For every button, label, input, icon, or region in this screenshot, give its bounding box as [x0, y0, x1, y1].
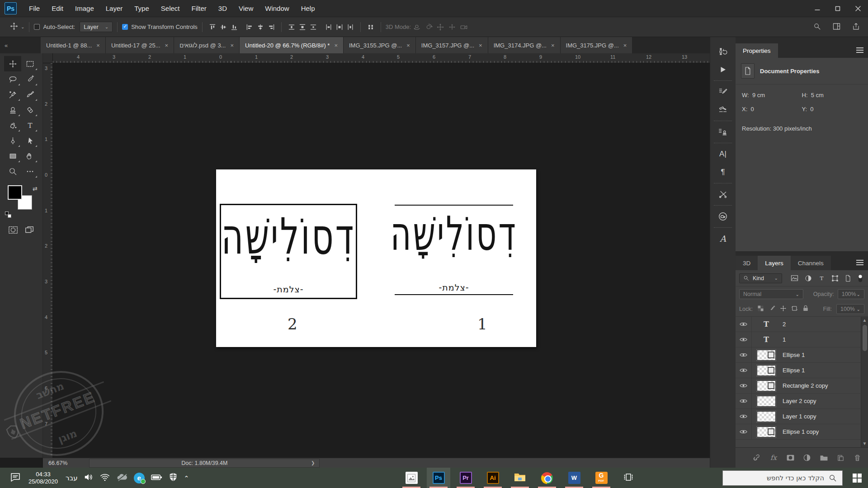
tab-close-icon[interactable]: ×: [165, 42, 169, 49]
3d-pan-icon[interactable]: [436, 23, 444, 31]
document-tab[interactable]: IMG_3175.JPG @...×: [561, 37, 633, 53]
align-horizontal-centers-icon[interactable]: [257, 23, 264, 31]
3d-roll-icon[interactable]: [425, 23, 433, 31]
document-info-field[interactable]: Doc: 1.80M/39.4M ❯: [89, 459, 320, 468]
taskbar-word-app[interactable]: W: [562, 468, 586, 488]
document-tab[interactable]: Untitled-17 @ 25...×: [106, 37, 174, 53]
layer-name[interactable]: Ellipse 1 copy: [783, 428, 819, 435]
lock-image-pixels-icon[interactable]: [769, 305, 775, 313]
layer-thumbnail[interactable]: [757, 411, 776, 422]
pasteboard[interactable]: דִסוֹלִישָׁה -צלמת- דִסוֹלִישָׁה -צלמת- …: [53, 63, 710, 458]
spot-healing-brush-tool[interactable]: [21, 71, 38, 87]
layer-row[interactable]: Ellipse 1: [736, 347, 868, 363]
layer-filter-dropdown[interactable]: Kind ⌄: [739, 273, 782, 283]
layer-thumbnail[interactable]: [757, 380, 776, 391]
eset-antivirus-icon[interactable]: e: [134, 473, 145, 483]
language-indicator[interactable]: עבר: [66, 474, 78, 482]
distribute-horizontal-centers-icon[interactable]: [336, 23, 343, 31]
document-tab[interactable]: Untitled-1 @ 88...×: [41, 37, 106, 53]
fill-field[interactable]: 100% ⌄: [836, 304, 864, 314]
layers-scrollbar[interactable]: ▲ ▼: [861, 317, 868, 447]
auto-select-checkbox[interactable]: [34, 24, 40, 30]
panel-menu-icon[interactable]: [856, 260, 863, 265]
layer-row[interactable]: Layer 2 copy: [736, 394, 868, 409]
more-tools-icon[interactable]: [21, 164, 38, 179]
layer-thumbnail[interactable]: [757, 365, 776, 376]
align-vertical-centers-icon[interactable]: [220, 23, 227, 31]
menu-layer[interactable]: Layer: [100, 1, 129, 16]
distribute-top-edges-icon[interactable]: [288, 23, 295, 31]
width-value[interactable]: 9 cm: [752, 92, 765, 99]
taskbar-file-explorer-app[interactable]: [508, 468, 532, 488]
filter-shape-layers-icon[interactable]: [831, 275, 839, 282]
y-value[interactable]: 0: [810, 106, 813, 113]
scrollbar-thumb[interactable]: [863, 325, 867, 351]
lock-position-icon[interactable]: [780, 305, 787, 313]
quick-mask-mode-icon[interactable]: [8, 225, 18, 237]
document-tab[interactable]: לוגואים.psd @ 3...×: [174, 37, 240, 53]
taskbar-photoshop-app[interactable]: Ps: [427, 468, 450, 488]
lasso-tool[interactable]: [4, 71, 21, 87]
layer-row[interactable]: Layer 1 copy: [736, 409, 868, 424]
move-tool[interactable]: [4, 56, 21, 71]
search-icon[interactable]: [813, 23, 821, 32]
layer-visibility-toggle[interactable]: [736, 424, 752, 439]
close-button[interactable]: [848, 0, 868, 17]
tab-close-icon[interactable]: ×: [623, 42, 627, 49]
document-tab[interactable]: IMG_3174.JPG @...×: [488, 37, 561, 53]
action-center-icon[interactable]: [10, 472, 21, 484]
glyphs-panel-icon[interactable]: A: [714, 230, 732, 247]
menu-select[interactable]: Select: [155, 1, 186, 16]
tab-close-icon[interactable]: ×: [406, 42, 410, 49]
document-canvas[interactable]: דִסוֹלִישָׁה -צלמת- דִסוֹלִישָׁה -צלמת- …: [216, 169, 536, 347]
layer-visibility-toggle[interactable]: [736, 409, 752, 424]
layer-row[interactable]: Ellipse 1 copy: [736, 424, 868, 440]
taskbar-clock[interactable]: 04:33 25/08/2020: [28, 471, 58, 485]
layer-visibility-toggle[interactable]: [736, 317, 752, 332]
brushes-panel-icon[interactable]: [714, 102, 732, 118]
start-button[interactable]: [846, 468, 868, 488]
taskbar-illustrator-app[interactable]: Ai: [481, 468, 505, 488]
new-adjustment-layer-icon[interactable]: [802, 454, 811, 462]
align-left-edges-icon[interactable]: [246, 23, 253, 31]
tool-presets-panel-icon[interactable]: [714, 186, 732, 202]
align-right-edges-icon[interactable]: [268, 23, 275, 31]
layer-visibility-toggle[interactable]: [736, 378, 752, 393]
lock-transparent-pixels-icon[interactable]: [757, 305, 764, 313]
x-value[interactable]: 0: [751, 106, 754, 113]
layer-thumbnail[interactable]: [757, 427, 776, 437]
defender-shield-icon[interactable]: [168, 472, 178, 484]
menu-edit[interactable]: Edit: [46, 1, 69, 16]
share-icon[interactable]: [852, 23, 860, 32]
layer-name[interactable]: Ellipse 1: [783, 352, 805, 358]
filter-smart-objects-icon[interactable]: [845, 275, 851, 282]
menu-type[interactable]: Type: [128, 1, 155, 16]
onedrive-icon[interactable]: [116, 473, 128, 483]
network-icon[interactable]: [99, 472, 110, 484]
delete-layer-icon[interactable]: [853, 454, 862, 462]
layer-name[interactable]: Layer 1 copy: [783, 413, 816, 420]
tool-preset-chevron[interactable]: ⌄: [21, 24, 24, 29]
align-top-edges-icon[interactable]: [209, 23, 216, 31]
tab-channels[interactable]: Channels: [791, 256, 831, 270]
link-layers-icon[interactable]: [752, 454, 761, 462]
auto-select-target-dropdown[interactable]: Layer ⌄: [80, 22, 113, 32]
tab-close-icon[interactable]: ×: [551, 42, 555, 49]
layer-row[interactable]: Ellipse 1: [736, 363, 868, 378]
tab-layers[interactable]: Layers: [758, 256, 791, 270]
layer-name[interactable]: Rectangle 2 copy: [783, 382, 828, 389]
filter-pixel-layers-icon[interactable]: [791, 275, 798, 282]
distribute-left-edges-icon[interactable]: [325, 23, 332, 31]
show-transform-checkbox[interactable]: [122, 24, 128, 30]
layer-visibility-toggle[interactable]: [736, 332, 752, 347]
lock-artboard-icon[interactable]: [791, 305, 798, 313]
document-tab[interactable]: IMG_3157.JPG @...×: [416, 37, 488, 53]
opacity-field[interactable]: 100% ⌄: [838, 289, 864, 299]
tab-close-icon[interactable]: ×: [96, 42, 100, 49]
new-group-icon[interactable]: [819, 454, 828, 461]
layer-name[interactable]: Ellipse 1: [783, 367, 805, 374]
history-panel-icon[interactable]: [714, 43, 732, 60]
status-options-chevron[interactable]: ❯: [311, 460, 315, 465]
document-tab[interactable]: Untitled-20 @ 66.7% (RGB/8#) *×: [240, 37, 344, 53]
menu-help[interactable]: Help: [295, 1, 321, 16]
